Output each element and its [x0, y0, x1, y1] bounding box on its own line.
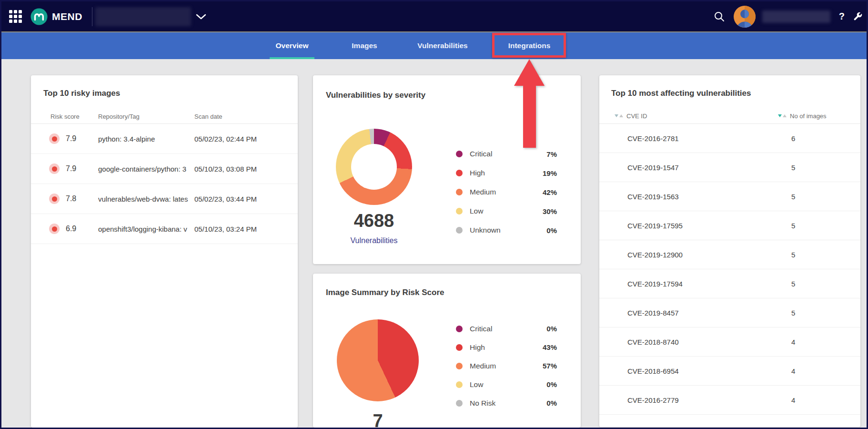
risky-images-title: Top 10 risky images [43, 89, 298, 98]
cve-id: CVE-2019-1563 [627, 193, 791, 201]
legend-dot-no-risk [456, 400, 463, 407]
help-button[interactable]: ? [839, 11, 845, 22]
legend-item: Low 0% [456, 375, 557, 394]
legend-dot-critical [456, 326, 463, 332]
table-row[interactable]: CVE-2019-175955 [599, 211, 860, 240]
risk-dot-icon [49, 133, 60, 144]
cve-id: CVE-2016-2779 [627, 396, 791, 404]
scan-date: 05/02/23, 02:44 PM [194, 135, 290, 143]
image-count: 5 [791, 163, 860, 172]
username-redacted [762, 10, 830, 23]
cve-id: CVE-2018-8740 [627, 338, 791, 346]
risk-score: 7.9 [66, 134, 76, 143]
risky-images-card: Top 10 risky images Risk score Repositor… [31, 75, 298, 428]
main-nav-bar: Overview Images Vulnerabilities Integrat… [1, 31, 867, 59]
user-avatar[interactable] [734, 6, 756, 28]
repository-name: openshift3/logging-kibana: v [98, 225, 192, 233]
tab-overview[interactable]: Overview [276, 32, 309, 59]
legend-item: Low 30% [456, 202, 557, 221]
tab-images[interactable]: Images [352, 32, 377, 59]
legend-dot-medium [456, 363, 463, 369]
top-bar: MEND ? [1, 1, 867, 31]
cve-id: CVE-2019-1547 [627, 163, 791, 172]
legend-item: High 19% [456, 163, 557, 183]
table-row[interactable]: CVE-2019-129005 [599, 240, 860, 269]
legend-dot-medium [456, 189, 463, 195]
table-row[interactable]: 7.9 google-containers/python: 3 05/10/23… [31, 154, 298, 184]
chevron-down-icon[interactable] [196, 14, 206, 20]
legend-dot-high [456, 170, 463, 176]
scan-date: 05/02/23, 03:44 PM [194, 195, 290, 203]
severity-legend: Critical 7% High 19% Medium 42% Low 30% … [456, 144, 557, 240]
top-vulns-header-row: CVE ID No of images [599, 111, 860, 124]
table-row[interactable]: 7.8 vulnerables/web-dvwa: lates 05/02/23… [31, 184, 298, 214]
top-vulns-title: Top 10 most affecting vulnerabilities [611, 89, 860, 98]
image-count: 4 [791, 338, 860, 346]
image-count: 5 [791, 193, 860, 201]
legend-dot-low [456, 208, 463, 214]
risk-score-card: Image Summary by Risk Score 7 Critical 0… [313, 274, 581, 428]
severity-card-title: Vulnerabilities by severity [326, 91, 425, 100]
image-count: 4 [791, 396, 860, 404]
tab-vulnerabilities[interactable]: Vulnerabilities [417, 32, 467, 59]
image-count: 6 [791, 134, 860, 143]
repository-name: vulnerables/web-dvwa: lates [98, 195, 192, 203]
sort-icons [615, 114, 623, 117]
legend-item: Unknown 0% [456, 221, 557, 240]
table-row[interactable]: CVE-2018-69544 [599, 357, 860, 386]
legend-dot-critical [456, 151, 463, 157]
image-count: 5 [791, 222, 860, 230]
search-icon[interactable] [714, 11, 725, 22]
risk-dot-icon [49, 194, 60, 204]
table-row[interactable]: CVE-2016-27794 [599, 386, 860, 415]
table-row[interactable]: CVE-2019-84575 [599, 298, 860, 327]
risk-score: 7.9 [66, 164, 76, 173]
sort-icons [778, 114, 787, 117]
app-grid-icon[interactable] [9, 10, 22, 23]
cve-id: CVE-2019-17595 [627, 222, 791, 230]
wrench-icon[interactable] [853, 11, 863, 21]
table-row[interactable]: 6.9 openshift3/logging-kibana: v 05/10/2… [31, 214, 298, 244]
images-total: 7 [337, 411, 419, 429]
cve-id: CVE-2019-17594 [627, 280, 791, 288]
vulnerabilities-link[interactable]: Vulnerabilities [336, 236, 412, 245]
risk-dot-icon [49, 163, 60, 174]
risk-score-pie-chart[interactable] [337, 319, 419, 401]
legend-item: Medium 57% [456, 357, 557, 375]
cve-id: CVE-2016-2781 [627, 134, 791, 143]
legend-item: Medium 42% [456, 183, 557, 202]
table-row[interactable]: CVE-2019-15475 [599, 153, 860, 182]
app-window: MEND ? Overview Images [0, 0, 868, 429]
risk-score-card-title: Image Summary by Risk Score [326, 288, 444, 297]
table-row[interactable]: CVE-2019-15635 [599, 182, 860, 211]
cve-id: CVE-2019-12900 [627, 251, 791, 259]
table-row[interactable]: 7.9 python: 3.4-alpine 05/02/23, 02:44 P… [31, 124, 298, 154]
legend-dot-low [456, 381, 463, 388]
mend-logo-icon [30, 8, 48, 25]
risk-score: 6.9 [66, 225, 76, 233]
header-divider [92, 7, 92, 26]
repository-name: google-containers/python: 3 [98, 165, 192, 173]
brand-name: MEND [52, 11, 82, 22]
annotation-arrow-up [514, 59, 545, 148]
col-risk-score: Risk score [50, 113, 98, 120]
image-count: 5 [791, 251, 860, 259]
risk-score-legend: Critical 0% High 43% Medium 57% Low 0% N… [456, 319, 557, 412]
table-row[interactable]: CVE-2018-87404 [599, 327, 860, 357]
top-vulns-card: Top 10 most affecting vulnerabilities CV… [599, 75, 860, 427]
scan-date: 05/10/23, 03:24 PM [194, 225, 290, 233]
scan-date: 05/10/23, 03:08 PM [194, 165, 290, 173]
severity-donut-chart[interactable] [336, 129, 412, 205]
legend-item: No Risk 0% [456, 394, 557, 412]
org-selector-redacted[interactable] [95, 7, 191, 26]
sort-header-no-of-images[interactable]: No of images [778, 111, 827, 121]
image-count: 5 [791, 309, 860, 317]
vulnerabilities-total: 4688 [336, 211, 412, 231]
legend-item: High 43% [456, 338, 557, 357]
table-row[interactable]: CVE-2019-175945 [599, 269, 860, 298]
sort-header-cve-id[interactable]: CVE ID [615, 111, 647, 121]
col-scan-date: Scan date [194, 113, 290, 120]
risky-images-header-row: Risk score Repository/Tag Scan date [31, 110, 298, 124]
col-repository-tag: Repository/Tag [98, 113, 194, 120]
table-row[interactable]: CVE-2016-27816 [599, 124, 860, 153]
